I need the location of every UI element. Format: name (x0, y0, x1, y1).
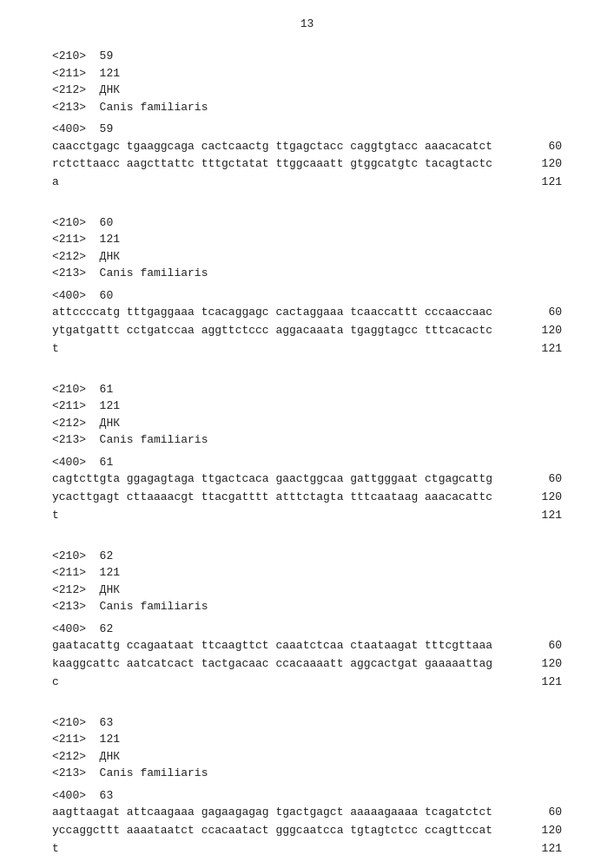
meta-line: <213> Canis familiaris (52, 265, 562, 282)
meta-line: <210> 61 (52, 381, 562, 398)
seq-position-number: 60 (527, 304, 562, 322)
seq-line: a121 (52, 174, 562, 192)
seq-line: c121 (52, 674, 562, 692)
meta-line: <210> 60 (52, 214, 562, 232)
sequence-block-block1: <210> 59<211> 121<212> ДНК<213> Canis fa… (52, 48, 562, 199)
seq-position-number: 60 (527, 637, 562, 655)
seq-text: yccaggcttt aaaataatct ccacaatact gggcaat… (52, 822, 527, 840)
seq-position-number: 121 (527, 507, 562, 525)
meta-line: <210> 59 (52, 48, 562, 65)
meta-line: <211> 121 (52, 564, 562, 582)
meta-line: <211> 121 (52, 398, 562, 415)
seq-text: gaatacattg ccagaataat ttcaagttct caaatct… (52, 637, 527, 655)
page-number: 13 (52, 17, 562, 30)
seq-position-number: 120 (527, 155, 562, 174)
meta-line: <210> 63 (52, 714, 562, 732)
seq-position-number: 121 (527, 174, 562, 192)
seq-text: t (52, 340, 527, 358)
meta-line: <212> ДНК (52, 748, 562, 766)
sequence-block-block2: <210> 60<211> 121<212> ДНК<213> Canis fa… (52, 214, 562, 365)
seq-text: attccccatg tttgaggaaa tcacaggagc cactagg… (52, 304, 527, 322)
meta-line: <213> Canis familiaris (52, 431, 562, 449)
meta-line: <213> Canis familiaris (52, 99, 562, 116)
meta-line: <212> ДНК (52, 415, 562, 432)
seq-position-number: 121 (527, 674, 562, 692)
seq-text: t (52, 507, 527, 525)
seq-tag-line: <400> 62 (52, 621, 562, 638)
meta-line: <213> Canis familiaris (52, 765, 562, 782)
seq-position-number: 120 (527, 489, 562, 507)
seq-line: attccccatg tttgaggaaa tcacaggagc cactagg… (52, 304, 562, 322)
seq-text: c (52, 674, 527, 692)
seq-position-number: 60 (527, 804, 562, 822)
meta-line: <211> 121 (52, 231, 562, 248)
meta-line: <212> ДНК (52, 582, 562, 599)
seq-line: kaaggcattc aatcatcact tactgacaac ccacaaa… (52, 655, 562, 674)
seq-line: rctcttaacc aagcttattc tttgctatat ttggcaa… (52, 155, 562, 174)
meta-line: <212> ДНК (52, 82, 562, 99)
seq-tag-line: <400> 63 (52, 787, 562, 805)
content: <210> 59<211> 121<212> ДНК<213> Canis fa… (52, 48, 562, 865)
seq-text: t (52, 840, 527, 858)
seq-text: ycacttgagt cttaaaacgt ttacgatttt atttcta… (52, 489, 527, 507)
seq-line: t121 (52, 840, 562, 858)
seq-position-number: 120 (527, 822, 562, 840)
sequence-block-block5: <210> 63<211> 121<212> ДНК<213> Canis fa… (52, 714, 562, 865)
seq-text: aagttaagat attcaagaaa gagaagagag tgactga… (52, 804, 527, 822)
seq-text: rctcttaacc aagcttattc tttgctatat ttggcaa… (52, 155, 527, 174)
seq-line: cagtcttgta ggagagtaga ttgactcaca gaactgg… (52, 470, 562, 489)
seq-position-number: 121 (527, 340, 562, 358)
meta-line: <213> Canis familiaris (52, 598, 562, 615)
seq-text: ytgatgattt cctgatccaa aggttctccc aggacaa… (52, 322, 527, 340)
seq-line: t121 (52, 507, 562, 525)
seq-text: a (52, 174, 527, 192)
sequence-block-block4: <210> 62<211> 121<212> ДНК<213> Canis fa… (52, 548, 562, 699)
seq-tag-line: <400> 61 (52, 454, 562, 471)
seq-position-number: 120 (527, 655, 562, 674)
meta-line: <212> ДНК (52, 248, 562, 266)
seq-text: kaaggcattc aatcatcact tactgacaac ccacaaa… (52, 655, 527, 674)
seq-line: gaatacattg ccagaataat ttcaagttct caaatct… (52, 637, 562, 655)
seq-text: cagtcttgta ggagagtaga ttgactcaca gaactgg… (52, 470, 527, 489)
meta-line: <210> 62 (52, 548, 562, 565)
seq-position-number: 121 (527, 840, 562, 858)
sequence-block-block3: <210> 61<211> 121<212> ДНК<213> Canis fa… (52, 381, 562, 532)
seq-line: aagttaagat attcaagaaa gagaagagag tgactga… (52, 804, 562, 822)
seq-text: caacctgagc tgaaggcaga cactcaactg ttgagct… (52, 138, 527, 156)
seq-tag-line: <400> 59 (52, 121, 562, 138)
seq-position-number: 60 (527, 138, 562, 156)
seq-position-number: 120 (527, 322, 562, 340)
seq-line: ycacttgagt cttaaaacgt ttacgatttt atttcta… (52, 489, 562, 507)
seq-tag-line: <400> 60 (52, 287, 562, 305)
seq-position-number: 60 (527, 470, 562, 489)
seq-line: t121 (52, 340, 562, 358)
seq-line: ytgatgattt cctgatccaa aggttctccc aggacaa… (52, 322, 562, 340)
seq-line: yccaggcttt aaaataatct ccacaatact gggcaat… (52, 822, 562, 840)
meta-line: <211> 121 (52, 65, 562, 82)
seq-line: caacctgagc tgaaggcaga cactcaactg ttgagct… (52, 138, 562, 156)
meta-line: <211> 121 (52, 731, 562, 748)
